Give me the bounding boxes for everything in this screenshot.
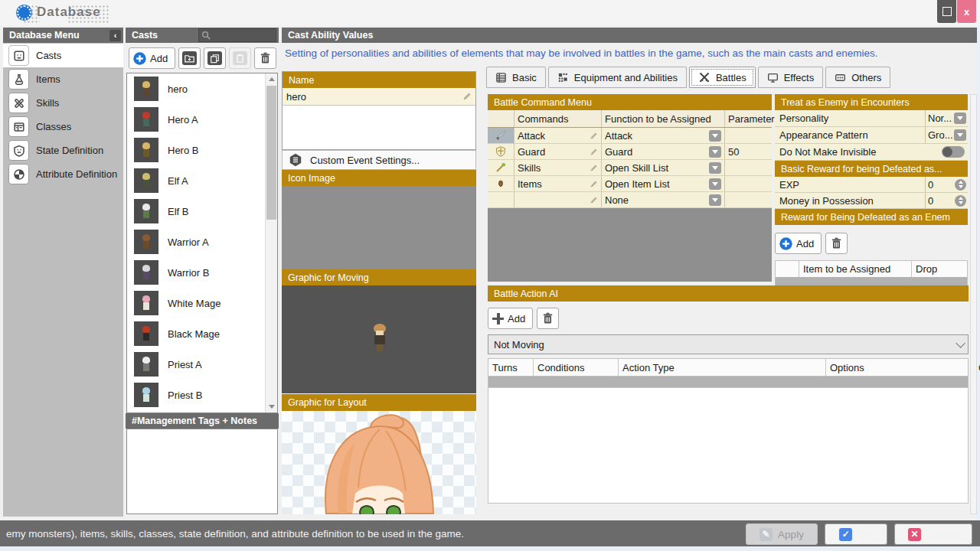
command-icon-cell[interactable] [488,128,514,143]
ok-button[interactable]: ✓ OK [825,523,887,545]
sprite-thumbnail [134,230,158,254]
scroll-down-icon[interactable] [266,401,277,412]
add-drop-button[interactable]: Add [775,233,822,254]
cast-name: White Mage [168,298,220,309]
function-cell[interactable]: Open Skill List [602,160,725,175]
sidebar-item-classes[interactable]: Classes [3,115,123,139]
table-row[interactable]: Skills Open Skill List [488,160,772,176]
close-button[interactable]: x [957,0,976,23]
window-edge [0,546,980,551]
spinner-icon[interactable] [955,179,966,191]
function-cell[interactable]: Guard [602,144,725,159]
list-item[interactable]: Elf A [127,165,266,196]
notes-area[interactable] [126,429,278,514]
list-item[interactable]: White Mage [127,288,266,318]
tab-basic[interactable]: Basic [486,67,546,88]
sidebar-item-attribute-definition[interactable]: Attribute Definition [3,162,123,186]
command-name-cell[interactable]: Skills [514,160,602,175]
chevron-down-icon[interactable] [709,130,721,142]
action-table-body [488,388,969,504]
table-row[interactable]: Items Open Item List [488,176,772,192]
cast-name: Priest A [168,359,202,370]
spinner-icon[interactable] [955,195,966,207]
sprite-thumbnail [134,383,158,407]
command-name-cell[interactable]: Guard [514,144,602,159]
items-icon [8,69,29,90]
sidebar-item-skills[interactable]: Skills [3,91,123,115]
function-cell[interactable]: Attack [602,128,725,143]
icon-image-preview[interactable] [282,186,476,269]
command-name-cell[interactable]: Items [514,176,602,191]
list-item[interactable]: Priest B [127,380,266,410]
collapse-chevron-icon[interactable]: ‹ [109,30,121,41]
chevron-down-icon[interactable] [709,178,721,190]
window-edge [977,25,980,551]
table-row[interactable]: Guard Guard 50 [488,144,772,160]
list-item[interactable]: Priest A [127,349,266,380]
tab-battles[interactable]: Battles [689,67,756,88]
invisible-toggle[interactable] [942,146,965,158]
panel-scrollbar[interactable] [970,94,977,514]
chevron-down-icon[interactable] [709,162,721,174]
maximize-button[interactable] [937,0,956,23]
function-cell[interactable]: Open Item List [602,176,725,191]
graphic-for-layout-preview[interactable] [282,411,476,514]
add-cast-button[interactable]: Add [129,47,175,69]
sidebar-item-items[interactable]: Items [3,67,123,91]
sidebar-item-casts[interactable]: Casts [3,44,123,67]
add-folder-icon [182,51,197,65]
exp-row[interactable]: EXP 0 [775,177,968,193]
list-item[interactable]: Warrior A [127,227,266,257]
sidebar-item-state-definition[interactable]: State Definition [3,139,123,162]
event-hexagon-icon [289,153,302,167]
tab-others[interactable]: Others [825,67,890,88]
list-item[interactable]: Elf B [127,196,266,227]
chevron-down-icon[interactable] [954,129,966,141]
name-section: Name hero [282,71,476,150]
add-folder-button[interactable] [178,47,201,69]
delete-cast-button[interactable] [254,47,276,69]
table-row[interactable]: None [488,192,772,208]
list-item[interactable]: Hero B [127,135,266,165]
tab-equipment-and-abilities[interactable]: Equipment and Abilities [548,67,687,88]
copy-button[interactable] [204,47,226,69]
scroll-up-icon[interactable] [266,73,277,85]
command-name-cell[interactable]: Attack [514,128,602,143]
chevron-down-icon[interactable] [709,146,721,158]
x-icon: ✕ [908,528,921,541]
graphic-for-moving-preview[interactable] [282,285,476,393]
list-item[interactable]: Warrior B [127,257,266,288]
command-icon-cell[interactable] [488,160,514,175]
tab-effects[interactable]: Effects [758,67,824,88]
command-name-cell[interactable] [514,192,602,207]
action-table-empty-row [488,377,969,388]
list-item[interactable]: hero [127,73,266,104]
cast-list-scrollbar[interactable] [265,73,277,412]
money-value: 0 [928,195,954,207]
command-icon-cell[interactable] [488,144,514,159]
command-icon-cell[interactable] [488,192,514,207]
cancel-button[interactable]: ✕ Cancel [894,523,972,545]
scrollbar-thumb[interactable] [266,86,276,220]
delete-action-button[interactable] [537,308,559,329]
pencil-icon [590,180,598,188]
list-item[interactable]: Hero A [127,104,266,135]
list-item[interactable]: Black Mage [127,318,266,349]
apply-button[interactable]: ✎ Apply [746,523,818,545]
personality-row[interactable]: Personality Nor... [775,110,968,127]
money-row[interactable]: Money in Possession 0 [775,193,968,209]
command-icon-cell[interactable] [488,176,514,191]
table-row[interactable]: Attack Attack [488,128,772,144]
search-input[interactable] [198,28,276,42]
name-field[interactable]: hero [283,88,475,106]
appearance-pattern-row[interactable]: Appearance Pattern Gro... [775,127,968,144]
add-action-button[interactable]: Add [488,308,533,329]
custom-event-settings-button[interactable]: Custom Event Settings... [282,150,476,170]
delete-drop-button[interactable] [825,233,848,254]
chevron-down-icon[interactable] [709,194,721,206]
chevron-down-icon[interactable] [954,112,966,124]
exp-value: 0 [928,179,954,191]
paste-button[interactable] [229,47,251,69]
movement-pattern-dropdown[interactable]: Not Moving [488,334,969,354]
function-cell[interactable]: None [602,192,725,207]
